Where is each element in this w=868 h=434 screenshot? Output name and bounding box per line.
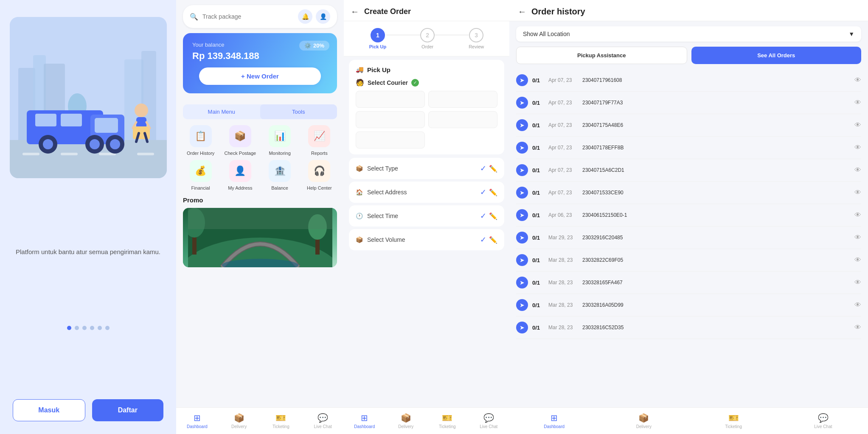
- menu-financial[interactable]: 💰 Financial: [183, 160, 218, 190]
- history-item-8: ➤ 0/1 Mar 28, 23 23032822C69F05 👁: [516, 249, 861, 272]
- order-eye-0[interactable]: 👁: [854, 76, 861, 84]
- order-eye-10[interactable]: 👁: [854, 301, 861, 309]
- order-eye-11[interactable]: 👁: [854, 324, 861, 331]
- order-eye-1[interactable]: 👁: [854, 99, 861, 106]
- notification-icon[interactable]: 🔔: [298, 9, 312, 24]
- order-arrow-5[interactable]: ➤: [516, 187, 528, 199]
- dot-4[interactable]: [90, 326, 94, 330]
- order-arrow-1[interactable]: ➤: [516, 97, 528, 109]
- tab-tools[interactable]: Tools: [260, 104, 337, 119]
- order-eye-5[interactable]: 👁: [854, 189, 861, 196]
- courier-box-2[interactable]: [428, 91, 497, 108]
- location-dropdown[interactable]: Show All Location ▼: [516, 26, 861, 42]
- order-eye-7[interactable]: 👁: [854, 234, 861, 241]
- dot-1[interactable]: [67, 326, 71, 330]
- history-back-button[interactable]: ←: [518, 7, 526, 17]
- new-order-button[interactable]: + New Order: [199, 67, 321, 85]
- order-eye-2[interactable]: 👁: [854, 121, 861, 129]
- step-3-circle: 3: [469, 28, 483, 42]
- menu-my-address[interactable]: 👤 My Address: [222, 160, 258, 190]
- menu-label-balance: Balance: [271, 185, 288, 190]
- nav-livechat[interactable]: 💬 Live Chat: [302, 411, 344, 431]
- search-bar[interactable]: 🔍 🔔 👤: [183, 5, 337, 28]
- search-input[interactable]: [202, 13, 294, 20]
- daftar-button[interactable]: Daftar: [92, 399, 164, 421]
- menu-reports[interactable]: 📈 Reports: [302, 125, 337, 156]
- menu-help-center[interactable]: 🎧 Help Center: [302, 160, 337, 190]
- co-ticketing-icon: 🎫: [442, 413, 452, 423]
- h-nav-label-ticketing: Ticketing: [725, 424, 742, 429]
- courier-box-1[interactable]: [356, 91, 425, 108]
- order-eye-6[interactable]: 👁: [854, 211, 861, 219]
- order-form-content: 🚚 Pick Up 🧑 Select Courier ✓ 📦 Select Ty…: [344, 56, 509, 407]
- menu-monitoring[interactable]: 📊 Monitoring: [262, 125, 298, 156]
- order-arrow-6[interactable]: ➤: [516, 209, 528, 221]
- order-eye-9[interactable]: 👁: [854, 279, 861, 286]
- select-address-row[interactable]: 🏠 Select Address ✓ ✏️: [349, 182, 504, 203]
- order-arrow-7[interactable]: ➤: [516, 232, 528, 244]
- order-eye-4[interactable]: 👁: [854, 166, 861, 174]
- order-arrow-10[interactable]: ➤: [516, 299, 528, 311]
- order-id-11: 23032816C52D35: [582, 325, 850, 330]
- see-all-orders-button[interactable]: See All Orders: [691, 47, 862, 64]
- time-check-icon: ✓: [480, 211, 486, 221]
- order-arrow-9[interactable]: ➤: [516, 277, 528, 288]
- h-nav-livechat[interactable]: 💬 Live Chat: [778, 411, 868, 431]
- select-type-row[interactable]: 📦 Select Type ✓ ✏️: [349, 158, 504, 179]
- volume-check-icon: ✓: [480, 235, 486, 244]
- h-nav-label-delivery: Delivery: [636, 424, 652, 429]
- tab-main-menu[interactable]: Main Menu: [183, 104, 260, 119]
- courier-box-5[interactable]: [356, 132, 425, 148]
- order-arrow-3[interactable]: ➤: [516, 142, 528, 154]
- courier-box-3[interactable]: [356, 111, 425, 128]
- h-nav-ticketing[interactable]: 🎫 Ticketing: [689, 411, 778, 431]
- svg-rect-38: [188, 208, 332, 229]
- menu-check-postage[interactable]: 📦 Check Postage: [222, 125, 258, 156]
- history-title: Order history: [531, 7, 585, 17]
- dot-5[interactable]: [98, 326, 102, 330]
- co-nav-ticketing[interactable]: 🎫 Ticketing: [427, 411, 468, 431]
- h-nav-dashboard[interactable]: ⊞ Dashboard: [509, 411, 599, 431]
- nav-delivery[interactable]: 📦 Delivery: [218, 411, 260, 431]
- avatar-icon[interactable]: 👤: [316, 9, 330, 24]
- order-arrow-2[interactable]: ➤: [516, 119, 528, 131]
- co-nav-livechat[interactable]: 💬 Live Chat: [468, 411, 510, 431]
- pickup-assistance-button[interactable]: Pickup Assistance: [516, 47, 687, 64]
- nav-dashboard[interactable]: ⊞ Dashboard: [176, 411, 218, 431]
- onboarding-panel: Platform untuk bantu atur semua pengirim…: [0, 0, 176, 434]
- h-nav-delivery[interactable]: 📦 Delivery: [599, 411, 688, 431]
- h-nav-label-livechat: Live Chat: [814, 424, 832, 429]
- order-eye-8[interactable]: 👁: [854, 256, 861, 264]
- co-nav-label-ticketing: Ticketing: [439, 424, 456, 429]
- order-arrow-4[interactable]: ➤: [516, 164, 528, 176]
- select-time-row[interactable]: 🕐 Select Time ✓ ✏️: [349, 205, 504, 227]
- volume-edit-icon[interactable]: ✏️: [489, 236, 497, 244]
- menu-balance[interactable]: 🏦 Balance: [262, 160, 298, 190]
- masuk-button[interactable]: Masuk: [13, 399, 85, 421]
- menu-order-history[interactable]: 📋 Order History: [183, 125, 218, 156]
- step-1-label: Pick Up: [369, 44, 386, 49]
- select-volume-icons: ✓ ✏️: [480, 235, 497, 244]
- type-edit-icon[interactable]: ✏️: [489, 165, 497, 173]
- dot-6[interactable]: [105, 326, 110, 330]
- select-volume-row[interactable]: 📦 Select Volume ✓ ✏️: [349, 229, 504, 250]
- courier-box-4[interactable]: [428, 111, 497, 128]
- nav-ticketing[interactable]: 🎫 Ticketing: [260, 411, 302, 431]
- dot-2[interactable]: [75, 326, 79, 330]
- address-edit-icon[interactable]: ✏️: [489, 188, 497, 196]
- co-nav-delivery[interactable]: 📦 Delivery: [385, 411, 427, 431]
- order-arrow-11[interactable]: ➤: [516, 322, 528, 333]
- co-dashboard-icon: ⊞: [361, 413, 368, 423]
- select-time-label: Select Time: [367, 213, 398, 219]
- back-button[interactable]: ←: [351, 7, 359, 17]
- order-arrow-0[interactable]: ➤: [516, 74, 528, 86]
- dot-3[interactable]: [82, 326, 87, 330]
- time-edit-icon[interactable]: ✏️: [489, 212, 497, 220]
- order-arrow-8[interactable]: ➤: [516, 254, 528, 266]
- order-date-9: Mar 28, 23: [548, 280, 578, 286]
- menu-label-financial: Financial: [191, 185, 210, 190]
- co-nav-dashboard[interactable]: ⊞ Dashboard: [344, 411, 385, 431]
- promo-image[interactable]: [183, 208, 337, 267]
- order-eye-3[interactable]: 👁: [854, 144, 861, 151]
- order-count-7: 0/1: [532, 235, 544, 241]
